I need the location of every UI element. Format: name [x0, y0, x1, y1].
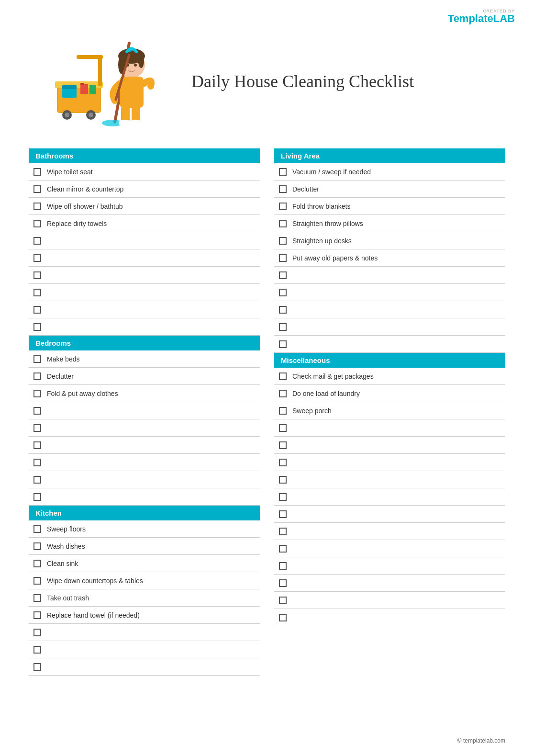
svg-point-7 [89, 113, 93, 117]
checkbox[interactable] [33, 355, 41, 363]
checkbox[interactable] [33, 203, 41, 210]
checkbox[interactable] [279, 306, 287, 314]
section-header-living-area: Living Area [274, 148, 505, 163]
checkbox[interactable] [279, 237, 287, 245]
page-title: Daily House Cleaning Checklist [191, 71, 414, 91]
checklist-item [274, 540, 505, 557]
checkbox[interactable] [279, 390, 287, 397]
checkbox[interactable] [279, 562, 287, 570]
item-text: Declutter [292, 185, 319, 193]
checkbox[interactable] [33, 577, 41, 585]
checklist-item: Replace hand towel (if needed) [29, 607, 260, 624]
checkbox[interactable] [279, 614, 287, 621]
checkbox[interactable] [33, 663, 41, 671]
checkbox[interactable] [33, 424, 41, 432]
checkbox[interactable] [33, 306, 41, 314]
checklist-item [274, 336, 505, 353]
checkbox[interactable] [33, 542, 41, 550]
item-text: Clean sink [47, 560, 78, 567]
checkbox[interactable] [33, 237, 41, 245]
checkbox[interactable] [33, 493, 41, 501]
checklist-item [29, 488, 260, 506]
checklist-item [29, 232, 260, 249]
item-text: Wipe toilet seat [47, 168, 93, 176]
checkbox[interactable] [279, 510, 287, 518]
checkbox[interactable] [33, 407, 41, 415]
checkbox[interactable] [33, 629, 41, 636]
checkbox[interactable] [279, 441, 287, 449]
item-text: Sweep porch [292, 407, 332, 415]
checkbox[interactable] [279, 493, 287, 501]
checklist-item [29, 658, 260, 676]
checkbox[interactable] [33, 476, 41, 484]
checklist-item [274, 506, 505, 523]
svg-rect-10 [80, 84, 88, 94]
checkbox[interactable] [279, 407, 287, 415]
checkbox[interactable] [33, 459, 41, 466]
checkbox[interactable] [33, 220, 41, 227]
checkbox[interactable] [279, 528, 287, 535]
item-text: Wipe off shower / bathtub [47, 203, 123, 210]
item-text: Replace dirty towels [47, 220, 107, 227]
footer: © templatelab.com [457, 737, 505, 744]
checkbox[interactable] [33, 390, 41, 397]
checkbox[interactable] [279, 372, 287, 380]
checklist-item [274, 284, 505, 301]
checklist-item [274, 454, 505, 471]
checkbox[interactable] [279, 289, 287, 296]
checkbox[interactable] [33, 441, 41, 449]
checklist-item: Clean sink [29, 555, 260, 572]
checkbox[interactable] [33, 185, 41, 193]
checkbox[interactable] [33, 372, 41, 380]
svg-rect-2 [98, 57, 102, 86]
checklist-item [29, 284, 260, 301]
checkbox[interactable] [279, 579, 287, 587]
checklist-item: Wipe down countertops & tables [29, 572, 260, 589]
section-bedrooms: BedroomsMake bedsDeclutterFold & put awa… [29, 336, 260, 506]
checklist-grid: BathroomsWipe toilet seatClean mirror & … [29, 148, 505, 676]
checkbox[interactable] [279, 459, 287, 466]
item-text: Straighten up desks [292, 237, 352, 245]
checkbox[interactable] [279, 476, 287, 484]
item-text: Fold throw blankets [292, 203, 350, 210]
checkbox[interactable] [33, 323, 41, 331]
checkbox[interactable] [279, 597, 287, 604]
checkbox[interactable] [279, 168, 287, 176]
checklist-item: Wipe off shower / bathtub [29, 198, 260, 215]
checklist-item [29, 249, 260, 267]
checkbox[interactable] [279, 185, 287, 193]
svg-point-25 [129, 120, 143, 126]
checkbox[interactable] [279, 424, 287, 432]
checkbox[interactable] [279, 254, 287, 262]
checklist-item [274, 575, 505, 592]
checkbox[interactable] [33, 525, 41, 533]
checklist-item [29, 402, 260, 419]
checkbox[interactable] [279, 340, 287, 348]
checklist-item [29, 624, 260, 641]
checklist-item [274, 301, 505, 318]
checklist-item: Fold & put away clothes [29, 385, 260, 402]
checkbox[interactable] [33, 611, 41, 619]
item-text: Wash dishes [47, 542, 85, 550]
checkbox[interactable] [33, 271, 41, 279]
checklist-item: Wipe toilet seat [29, 163, 260, 181]
checkbox[interactable] [279, 220, 287, 227]
svg-point-20 [134, 64, 137, 67]
checklist-item [274, 557, 505, 575]
checkbox[interactable] [33, 594, 41, 602]
checkbox[interactable] [279, 545, 287, 553]
checklist-item [29, 301, 260, 318]
section-kitchen: KitchenSweep floorsWash dishesClean sink… [29, 506, 260, 676]
checklist-item [274, 437, 505, 454]
checkbox[interactable] [279, 203, 287, 210]
checkbox[interactable] [279, 323, 287, 331]
checkbox[interactable] [279, 271, 287, 279]
checklist-item [274, 488, 505, 506]
checkbox[interactable] [33, 560, 41, 567]
checkbox[interactable] [33, 168, 41, 176]
checkbox[interactable] [33, 254, 41, 262]
checkbox[interactable] [33, 289, 41, 296]
checkbox[interactable] [33, 646, 41, 654]
item-text: Make beds [47, 355, 79, 363]
checklist-column: Living AreaVacuum / sweep if neededDeclu… [274, 148, 505, 676]
